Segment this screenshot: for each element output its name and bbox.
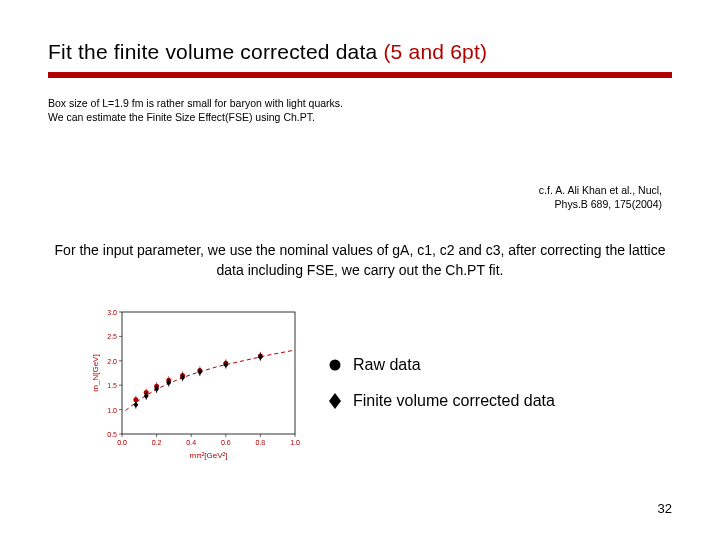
- legend-raw: Raw data: [327, 356, 555, 374]
- slide: Fit the finite volume corrected data (5 …: [0, 0, 720, 540]
- svg-text:0.2: 0.2: [152, 439, 162, 446]
- svg-text:0.8: 0.8: [256, 439, 266, 446]
- svg-text:0.5: 0.5: [107, 431, 117, 438]
- svg-rect-0: [122, 312, 295, 434]
- svg-text:1.0: 1.0: [107, 407, 117, 414]
- svg-text:0.4: 0.4: [186, 439, 196, 446]
- note-line-1: Box size of L=1.9 fm is rather small for…: [48, 96, 672, 110]
- chart-and-legend-row: 0.51.01.52.02.53.00.00.20.40.60.81.0mπ²[…: [48, 304, 672, 462]
- chart: 0.51.01.52.02.53.00.00.20.40.60.81.0mπ²[…: [88, 304, 303, 462]
- box-size-note: Box size of L=1.9 fm is rather small for…: [48, 96, 672, 124]
- title-divider: [48, 72, 672, 78]
- svg-point-59: [330, 360, 341, 371]
- citation-line-1: c.f. A. Ali Khan et al., Nucl,: [48, 184, 662, 198]
- svg-text:2.0: 2.0: [107, 358, 117, 365]
- citation-line-2: Phys.B 689, 175(2004): [48, 198, 662, 212]
- legend-fse: Finite volume corrected data: [327, 392, 555, 410]
- note-line-2: We can estimate the Finite Size Effect(F…: [48, 110, 672, 124]
- svg-marker-60: [329, 393, 341, 409]
- page-number: 32: [658, 501, 672, 516]
- title-main: Fit the finite volume corrected data: [48, 40, 383, 63]
- svg-text:3.0: 3.0: [107, 309, 117, 316]
- svg-text:2.5: 2.5: [107, 334, 117, 341]
- legend: Raw data Finite volume corrected data: [327, 356, 555, 410]
- svg-text:0.0: 0.0: [117, 439, 127, 446]
- chart-svg: 0.51.01.52.02.53.00.00.20.40.60.81.0mπ²[…: [88, 304, 303, 462]
- legend-raw-label: Raw data: [353, 356, 421, 374]
- slide-title: Fit the finite volume corrected data (5 …: [48, 40, 672, 70]
- svg-marker-44: [133, 402, 138, 408]
- title-paren: (5 and 6pt): [383, 40, 487, 63]
- body-paragraph: For the input parameter, we use the nomi…: [48, 240, 672, 281]
- diamond-icon: [327, 393, 343, 409]
- svg-text:mπ²[GeV²]: mπ²[GeV²]: [190, 451, 228, 460]
- circle-icon: [327, 358, 343, 372]
- svg-text:1.5: 1.5: [107, 382, 117, 389]
- svg-text:m_N[GeV]: m_N[GeV]: [91, 355, 100, 392]
- legend-fse-label: Finite volume corrected data: [353, 392, 555, 410]
- citation: c.f. A. Ali Khan et al., Nucl, Phys.B 68…: [48, 184, 672, 211]
- svg-text:0.6: 0.6: [221, 439, 231, 446]
- svg-text:1.0: 1.0: [290, 439, 300, 446]
